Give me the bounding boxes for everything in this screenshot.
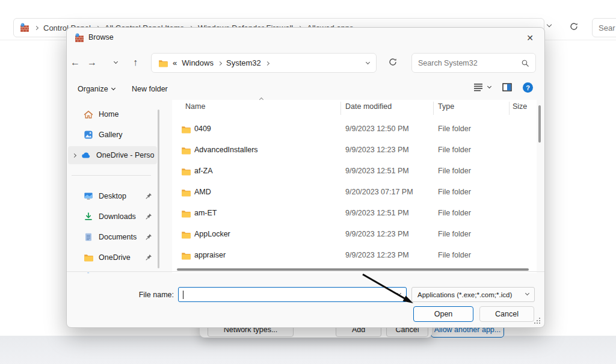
file-name-input[interactable] bbox=[179, 288, 406, 301]
navigation-pane: Home Gallery OneDrive - Perso Desktop Do… bbox=[67, 100, 164, 273]
browser-search[interactable] bbox=[592, 18, 616, 37]
firewall-icon bbox=[20, 23, 29, 32]
organize-button[interactable]: Organize bbox=[78, 82, 115, 96]
back-button[interactable]: ← bbox=[68, 55, 82, 70]
sidebar-item-desktop[interactable]: Desktop bbox=[68, 187, 157, 205]
file-name-combobox[interactable] bbox=[178, 287, 407, 302]
chevron-right-icon bbox=[265, 61, 270, 65]
file-date: 9/9/2023 12:50 PM bbox=[345, 125, 409, 133]
sidebar-item-downloads[interactable]: Downloads bbox=[68, 208, 157, 226]
sidebar-divider bbox=[72, 175, 151, 176]
browse-dialog: Browse ✕ ← → ↑ « Windows System32 Organi… bbox=[66, 27, 545, 328]
downloads-icon bbox=[84, 212, 93, 221]
folder-icon bbox=[181, 209, 191, 218]
file-type: File folder bbox=[438, 209, 471, 217]
browser-search-input[interactable] bbox=[599, 19, 616, 37]
recent-locations-chevron[interactable] bbox=[110, 55, 121, 70]
address-crumb[interactable]: Windows bbox=[182, 58, 214, 67]
view-dropdown-chevron[interactable] bbox=[487, 84, 491, 88]
folder-icon bbox=[158, 58, 168, 68]
search-icon[interactable] bbox=[521, 59, 529, 67]
chevron-down-icon bbox=[525, 291, 529, 295]
sidebar-item-onedrive-personal[interactable]: OneDrive - Perso bbox=[68, 146, 157, 164]
file-row[interactable]: AppLocker 9/9/2023 12:23 PM File folder bbox=[172, 226, 533, 244]
pin-icon bbox=[146, 254, 152, 261]
desktop-icon bbox=[84, 191, 93, 201]
sidebar-item-label: G:\ bbox=[99, 273, 109, 273]
file-row[interactable]: appraiser 9/9/2023 12:23 PM File folder bbox=[172, 247, 533, 265]
sidebar-item-gallery[interactable]: Gallery bbox=[68, 126, 157, 144]
address-bar[interactable]: « Windows System32 bbox=[151, 53, 377, 73]
sidebar-item-label: OneDrive bbox=[99, 253, 131, 262]
file-name: AMD bbox=[194, 188, 211, 196]
file-row[interactable]: 0409 9/9/2023 12:50 PM File folder bbox=[172, 120, 533, 138]
vertical-scrollbar[interactable] bbox=[538, 105, 541, 143]
folder-icon bbox=[181, 125, 191, 134]
file-name: af-ZA bbox=[194, 167, 213, 175]
address-crumb[interactable]: System32 bbox=[226, 58, 261, 67]
file-date: 9/9/2023 12:23 PM bbox=[345, 251, 409, 259]
expand-chevron-icon[interactable] bbox=[72, 153, 76, 157]
horizontal-scrollbar[interactable] bbox=[177, 268, 529, 271]
file-row[interactable]: AMD 9/20/2023 07:17 PM File folder bbox=[172, 184, 533, 202]
column-header-date-modified[interactable]: Date modified bbox=[345, 102, 392, 111]
sidebar-item-g-drive[interactable]: G:\ bbox=[68, 268, 157, 273]
open-button[interactable]: Open bbox=[413, 306, 473, 322]
file-name: 0409 bbox=[194, 125, 211, 133]
sidebar-scrollbar[interactable] bbox=[158, 110, 159, 268]
address-dropdown-chevron[interactable] bbox=[366, 60, 370, 64]
column-separator[interactable] bbox=[509, 102, 510, 115]
chevron-down-icon[interactable] bbox=[547, 22, 552, 27]
folder-icon bbox=[181, 167, 191, 176]
file-name: appraiser bbox=[194, 251, 226, 259]
sidebar-item-label: Documents bbox=[99, 233, 137, 241]
file-name-label: File name: bbox=[115, 291, 174, 299]
up-button[interactable]: ↑ bbox=[128, 55, 143, 70]
column-header-type[interactable]: Type bbox=[438, 102, 454, 111]
folder-icon bbox=[181, 188, 191, 197]
refresh-icon[interactable] bbox=[569, 22, 579, 31]
file-row[interactable]: AdvancedInstallers 9/9/2023 12:23 PM Fil… bbox=[172, 141, 533, 159]
column-header-name[interactable]: Name bbox=[185, 102, 205, 111]
forward-button[interactable]: → bbox=[85, 55, 99, 70]
sidebar-item-documents[interactable]: Documents bbox=[68, 228, 157, 246]
address-prefix[interactable]: « bbox=[173, 58, 177, 67]
close-icon[interactable]: ✕ bbox=[523, 31, 537, 45]
chevron-right-icon bbox=[34, 26, 38, 30]
help-icon[interactable]: ? bbox=[523, 82, 533, 93]
column-separator[interactable] bbox=[340, 102, 341, 115]
file-type-dropdown[interactable]: Applications (*.exe;*.com;*.icd) bbox=[411, 287, 535, 302]
preview-pane-icon[interactable] bbox=[502, 83, 512, 91]
gallery-icon bbox=[84, 130, 93, 140]
organize-label: Organize bbox=[78, 85, 108, 93]
refresh-icon[interactable] bbox=[388, 57, 398, 67]
folder-icon bbox=[181, 230, 191, 239]
file-name: AdvancedInstallers bbox=[194, 146, 258, 154]
sidebar-item-onedrive-folder[interactable]: OneDrive bbox=[68, 248, 157, 267]
resize-grip[interactable] bbox=[539, 322, 540, 324]
dialog-title: Browse bbox=[88, 33, 114, 42]
sort-ascending-icon bbox=[259, 97, 263, 102]
file-type: File folder bbox=[438, 230, 471, 238]
cancel-button[interactable]: Cancel bbox=[479, 306, 534, 322]
sidebar-item-label: Downloads bbox=[99, 212, 136, 221]
folder-icon bbox=[181, 146, 191, 155]
home-icon bbox=[84, 110, 93, 119]
new-folder-button[interactable]: New folder bbox=[132, 82, 168, 96]
column-separator[interactable] bbox=[433, 102, 434, 115]
file-row[interactable]: am-ET 9/9/2023 12:51 PM File folder bbox=[172, 205, 533, 223]
column-header-size[interactable]: Size bbox=[513, 102, 527, 111]
sidebar-item-home[interactable]: Home bbox=[68, 105, 157, 123]
chevron-right-icon bbox=[218, 61, 222, 65]
file-type: File folder bbox=[438, 167, 471, 175]
pin-icon bbox=[146, 193, 152, 199]
file-name: am-ET bbox=[194, 209, 217, 217]
file-type: File folder bbox=[438, 251, 471, 259]
search-box[interactable] bbox=[411, 53, 536, 73]
chevron-down-icon bbox=[111, 86, 116, 90]
file-type-value: Applications (*.exe;*.com;*.icd) bbox=[417, 291, 512, 298]
details-view-icon[interactable] bbox=[473, 83, 483, 91]
file-row[interactable]: af-ZA 9/9/2023 12:51 PM File folder bbox=[172, 162, 533, 180]
file-date: 9/9/2023 12:51 PM bbox=[345, 167, 409, 175]
search-input[interactable] bbox=[418, 59, 521, 67]
